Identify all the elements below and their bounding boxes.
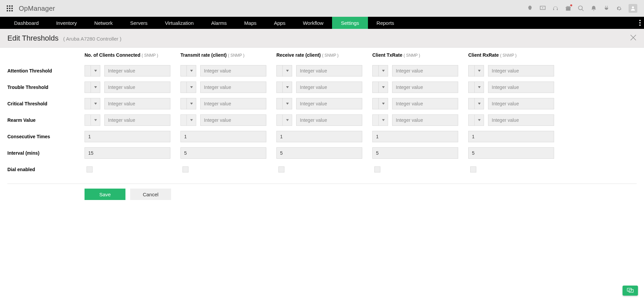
row-label-interval: Interval (mins) [7,145,85,161]
threshold-value-input[interactable] [296,98,362,109]
nav-item-apps[interactable]: Apps [265,17,294,29]
operator-select[interactable] [468,65,484,77]
threshold-value-input[interactable] [104,98,170,109]
presentation-icon[interactable] [539,5,546,12]
columns-scroll[interactable]: No. of Clients Connected ( SNMP )Transmi… [85,52,637,182]
threshold-value-input[interactable] [104,114,170,126]
svg-marker-32 [286,119,289,121]
cancel-button[interactable]: Cancel [130,189,171,200]
operator-select[interactable] [85,82,100,93]
bell-icon[interactable] [590,5,597,12]
operator-select[interactable] [372,98,388,109]
svg-rect-6 [7,10,8,11]
consecutive-times-input[interactable] [85,131,170,142]
threshold-value-input[interactable] [200,65,266,77]
svg-rect-2 [11,5,13,7]
nav-item-maps[interactable]: Maps [235,17,265,29]
nav-item-workflow[interactable]: Workflow [294,17,332,29]
dial-enabled-checkbox[interactable] [87,166,93,172]
svg-marker-34 [382,86,385,88]
threshold-value-input[interactable] [104,82,170,93]
page-title-bar: Edit Thresholds ( Aruba A7280 Controller… [0,29,644,48]
interval-input[interactable] [468,147,554,159]
header-right [527,4,637,13]
metric-header: Client TxRate ( SNMP ) [372,52,458,60]
svg-marker-29 [286,70,289,72]
svg-marker-23 [94,103,97,105]
threshold-value-input[interactable] [488,98,554,109]
threshold-value-input[interactable] [488,114,554,126]
threshold-value-input[interactable] [488,65,554,77]
search-icon[interactable] [578,5,584,12]
threshold-value-input[interactable] [488,82,554,93]
operator-select[interactable] [85,98,100,109]
operator-select[interactable] [276,65,292,77]
threshold-value-input[interactable] [200,82,266,93]
nav-item-dashboard[interactable]: Dashboard [5,17,47,29]
consecutive-times-input[interactable] [468,131,554,142]
nav-more-icon[interactable] [639,17,641,29]
row-label-consecutive: Consecutive Times [7,128,85,145]
gear-icon[interactable] [616,5,623,12]
operator-select[interactable] [372,65,388,77]
metric-header: Transmit rate (client) ( SNMP ) [180,52,266,60]
svg-marker-36 [382,119,385,121]
svg-rect-8 [11,10,13,11]
metric-protocol: ( SNMP ) [142,53,158,58]
threshold-value-input[interactable] [392,98,458,109]
dial-enabled-checkbox[interactable] [470,166,476,172]
operator-select[interactable] [85,65,100,77]
consecutive-times-input[interactable] [276,131,362,142]
interval-input[interactable] [372,147,458,159]
consecutive-times-input[interactable] [372,131,458,142]
nav-item-network[interactable]: Network [86,17,121,29]
nav-item-alarms[interactable]: Alarms [202,17,235,29]
threshold-value-input[interactable] [296,82,362,93]
dial-enabled-checkbox[interactable] [182,166,189,172]
operator-select[interactable] [180,65,196,77]
interval-input[interactable] [180,147,266,159]
consecutive-times-input[interactable] [180,131,266,142]
threshold-value-input[interactable] [392,114,458,126]
interval-input[interactable] [85,147,170,159]
nav-item-virtualization[interactable]: Virtualization [156,17,203,29]
threshold-value-input[interactable] [104,65,170,77]
dial-enabled-checkbox[interactable] [278,166,284,172]
header-left: OpManager [7,5,55,12]
threshold-value-input[interactable] [296,114,362,126]
nav-item-servers[interactable]: Servers [121,17,156,29]
svg-marker-21 [94,70,97,72]
threshold-value-input[interactable] [296,65,362,77]
operator-select[interactable] [180,82,196,93]
operator-select[interactable] [276,82,292,93]
metric-protocol: ( SNMP ) [404,53,420,58]
save-button[interactable]: Save [85,189,125,200]
gift-icon[interactable] [565,5,572,12]
operator-select[interactable] [180,98,196,109]
plug-icon[interactable] [603,5,610,12]
operator-select[interactable] [372,82,388,93]
nav-item-inventory[interactable]: Inventory [47,17,86,29]
svg-point-17 [639,22,641,23]
nav-item-settings[interactable]: Settings [332,17,368,29]
close-icon[interactable] [630,34,637,42]
operator-select[interactable] [468,98,484,109]
row-label-attention: Attention Threshold [7,62,85,79]
svg-point-16 [639,20,641,21]
svg-line-14 [582,9,584,11]
nav-item-reports[interactable]: Reports [368,17,403,29]
apps-grid-icon[interactable] [7,5,13,11]
threshold-value-input[interactable] [200,98,266,109]
threshold-value-input[interactable] [200,114,266,126]
operator-select[interactable] [276,98,292,109]
user-avatar[interactable] [629,4,637,13]
threshold-value-input[interactable] [392,65,458,77]
metric-name: Client TxRate [372,52,402,58]
operator-select[interactable] [468,82,484,93]
dial-enabled-checkbox[interactable] [374,166,380,172]
headset-icon[interactable] [552,5,559,12]
threshold-value-input[interactable] [392,82,458,93]
rocket-icon[interactable] [527,5,533,12]
operator-select [468,114,484,126]
interval-input[interactable] [276,147,362,159]
